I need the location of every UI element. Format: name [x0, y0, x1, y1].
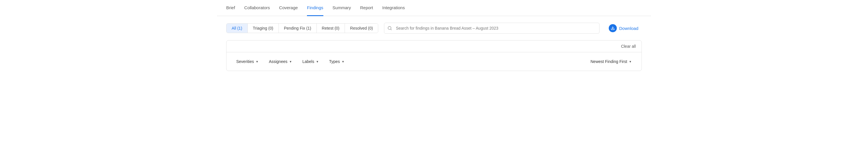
dropdown-severities-chevron-icon: ▼ — [255, 60, 258, 63]
dropdown-labels-label: Labels — [302, 59, 314, 64]
filter-dropdowns-row: Severities▼Assignees▼Labels▼Types▼ Newes… — [226, 52, 642, 71]
tab-findings[interactable]: Findings — [307, 0, 323, 16]
search-container — [384, 23, 599, 34]
dropdown-types-chevron-icon: ▼ — [341, 60, 344, 63]
filter-pill-resolved[interactable]: Resolved (0) — [345, 24, 378, 33]
dropdown-types-label: Types — [329, 59, 340, 64]
tab-nav: BriefCollaboratorsCoverageFindingsSummar… — [217, 0, 651, 16]
filter-dropdowns-left: Severities▼Assignees▼Labels▼Types▼ — [232, 57, 348, 66]
tab-coverage[interactable]: Coverage — [279, 0, 298, 16]
filter-options-panel: Clear all Severities▼Assignees▼Labels▼Ty… — [226, 40, 642, 71]
page-container: BriefCollaboratorsCoverageFindingsSummar… — [217, 0, 651, 71]
sort-label: Newest Finding First — [591, 59, 627, 64]
tab-collaborators[interactable]: Collaborators — [244, 0, 270, 16]
clear-all-button[interactable]: Clear all — [621, 44, 636, 48]
filter-pill-all[interactable]: All (1) — [226, 24, 248, 33]
download-icon — [609, 24, 617, 32]
sort-chevron-icon: ▼ — [629, 60, 632, 63]
dropdown-severities[interactable]: Severities▼ — [232, 57, 262, 66]
dropdown-labels-chevron-icon: ▼ — [316, 60, 319, 63]
tab-report[interactable]: Report — [360, 0, 373, 16]
dropdown-assignees[interactable]: Assignees▼ — [265, 57, 296, 66]
filter-pill-pending_fix[interactable]: Pending Fix (1) — [279, 24, 317, 33]
search-input[interactable] — [384, 23, 599, 34]
search-icon — [388, 26, 392, 30]
dropdown-types[interactable]: Types▼ — [325, 57, 348, 66]
tab-brief[interactable]: Brief — [226, 0, 235, 16]
dropdown-assignees-label: Assignees — [269, 59, 287, 64]
filter-pills: All (1)Triaging (0)Pending Fix (1)Retest… — [226, 23, 378, 33]
sort-dropdown[interactable]: Newest Finding First ▼ — [587, 57, 636, 66]
download-label: Download — [619, 26, 638, 31]
svg-line-1 — [391, 29, 392, 30]
clear-all-row: Clear all — [226, 40, 642, 52]
dropdown-assignees-chevron-icon: ▼ — [289, 60, 292, 63]
download-button[interactable]: Download — [605, 22, 642, 34]
filter-pill-retest[interactable]: Retest (0) — [317, 24, 345, 33]
dropdown-severities-label: Severities — [236, 59, 254, 64]
filter-bar: All (1)Triaging (0)Pending Fix (1)Retest… — [217, 16, 651, 40]
tab-integrations[interactable]: Integrations — [382, 0, 405, 16]
filter-pill-triaging[interactable]: Triaging (0) — [248, 24, 279, 33]
tab-summary[interactable]: Summary — [333, 0, 351, 16]
dropdown-labels[interactable]: Labels▼ — [298, 57, 323, 66]
